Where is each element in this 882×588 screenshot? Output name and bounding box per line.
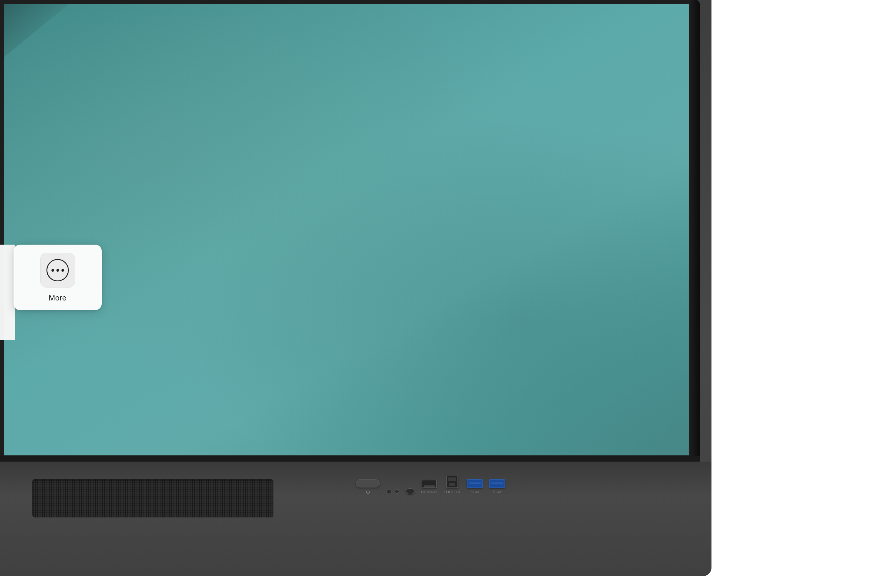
port-small-group <box>386 489 399 494</box>
touch-label: TOUCH⬄ <box>444 490 460 494</box>
port-circle-small-2 <box>394 489 399 494</box>
port-usba1-group: SS⇌ <box>467 479 483 494</box>
port-hdmi-group: HDMI⬄/3 <box>421 480 437 494</box>
more-icon-container[interactable] <box>40 253 75 288</box>
popup-left-bleed <box>0 244 15 340</box>
hdmi-label: HDMI⬄/3 <box>421 490 437 494</box>
port-hdmi <box>422 480 437 488</box>
port-usbc <box>406 488 414 494</box>
port-usbb-group: TOUCH⬄ <box>444 476 460 494</box>
dot-3 <box>62 269 64 272</box>
dot-1 <box>51 269 54 272</box>
port-usbb <box>446 476 458 488</box>
port-usba-2 <box>489 479 505 488</box>
speaker-grille <box>32 479 273 518</box>
power-label: ⏻ <box>366 489 370 494</box>
usba1-label: SS⇌ <box>471 490 479 494</box>
screen-display <box>4 4 689 455</box>
power-pill-button[interactable] <box>356 479 380 488</box>
dot-2 <box>57 269 59 272</box>
port-usba2-group: SS⇌ <box>489 479 505 494</box>
right-white-space <box>711 0 882 588</box>
monitor-bottom-bar: ⏻ HDMI⬄/3 <box>0 462 711 576</box>
monitor-body: ⏻ HDMI⬄/3 <box>0 0 711 576</box>
usba2-label: SS⇌ <box>493 490 501 494</box>
port-power-group: ⏻ <box>356 479 380 494</box>
port-usba-1 <box>467 479 483 488</box>
three-dots-circle-icon <box>46 259 69 281</box>
screen-texture-overlay <box>4 4 689 455</box>
bottom-bezel <box>0 456 700 462</box>
more-label: More <box>49 293 66 303</box>
ports-container: ⏻ HDMI⬄/3 <box>356 476 505 494</box>
port-usbc-group <box>406 488 414 494</box>
right-bezel-shadow <box>689 0 700 462</box>
more-popup[interactable]: More <box>14 244 102 310</box>
screen-bezel <box>0 0 700 462</box>
port-circle-small-1 <box>386 489 392 494</box>
